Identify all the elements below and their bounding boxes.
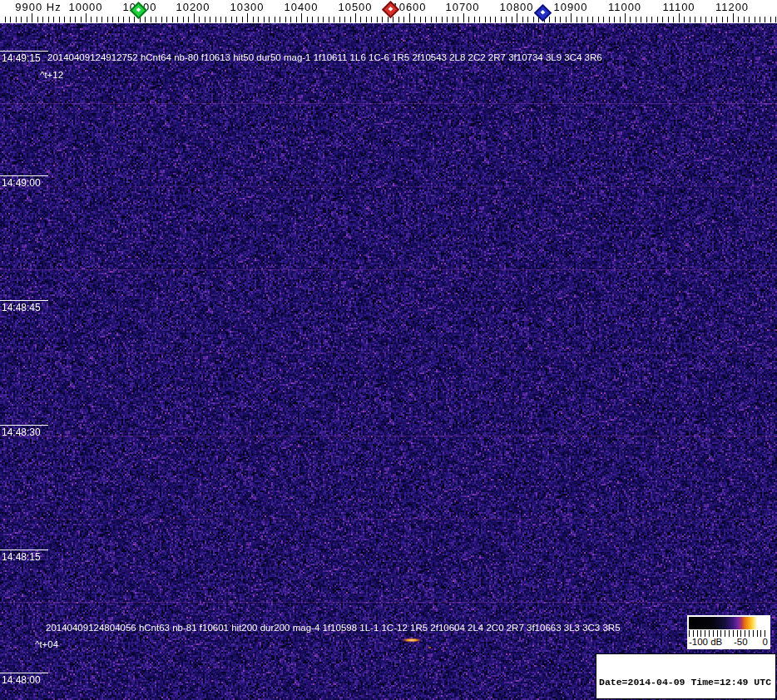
frequency-tick-label: 10300 <box>230 1 264 13</box>
colorbar-label-mid: -50 <box>734 637 748 647</box>
frequency-tick-label: 10200 <box>176 1 210 13</box>
frequency-tick-label: 11000 <box>608 1 641 13</box>
info-date-time: Date=2014-04-09 Time=12:49 UTC <box>599 677 775 688</box>
time-tick-label: 14:49:15 <box>2 52 41 64</box>
frequency-tick-label: 11100 <box>662 1 695 13</box>
frequency-tick-label: 10900 <box>553 1 587 13</box>
time-tick-label: 14:48:15 <box>2 551 41 563</box>
time-tick-label: 14:48:30 <box>2 426 41 438</box>
time-tick-line <box>0 51 48 52</box>
station-info-box: Date=2014-04-09 Time=12:49 UTC Freq=143 … <box>596 653 776 699</box>
detection-caret-1: ^t+12 <box>40 70 63 80</box>
time-tick-line <box>0 673 48 673</box>
time-tick-line <box>0 425 48 426</box>
time-tick-label: 14:49:00 <box>2 177 41 189</box>
colorbar-labels: -100 dB -50 0 <box>687 637 770 648</box>
time-tick-line <box>0 175 48 176</box>
colorbar-ticks <box>689 630 769 637</box>
frequency-tick-label: 10400 <box>284 1 318 13</box>
colorbar: -100 dB -50 0 <box>687 615 770 649</box>
time-tick-line <box>0 300 48 301</box>
time-tick-line <box>0 550 48 550</box>
detection-caret-2: ^t+04 <box>35 639 58 649</box>
colorbar-gradient <box>689 617 769 629</box>
frequency-tick-label: 10500 <box>338 1 372 13</box>
blue-marker-center-dot <box>541 10 546 15</box>
time-tick-label: 14:48:45 <box>2 302 41 313</box>
spectrogram-waterfall <box>0 23 777 700</box>
meteor-spectrogram-app: 9900 Hz100001010010200103001040010500106… <box>0 0 777 700</box>
frequency-tick-label: 10000 <box>68 1 102 13</box>
frequency-tick-label: 10800 <box>499 1 533 13</box>
frequency-ruler: 9900 Hz100001010010200103001040010500106… <box>0 0 777 23</box>
red-marker-center-dot <box>388 7 393 12</box>
detection-annotation-1: 20140409124912752 hCnt64 nb-80 f10613 hi… <box>47 52 602 62</box>
time-tick-label: 14:48:00 <box>2 674 41 686</box>
frequency-tick-label: 11200 <box>715 1 749 13</box>
frequency-tick-label: 10700 <box>445 1 479 13</box>
detection-annotation-2: 20140409124804056 hCnt63 nb-81 f10601 hi… <box>46 623 621 633</box>
green-marker-center-dot <box>136 7 141 12</box>
colorbar-label-max: 0 <box>763 637 768 647</box>
frequency-tick-label: 9900 Hz <box>15 1 61 13</box>
colorbar-label-min: -100 dB <box>689 637 722 647</box>
